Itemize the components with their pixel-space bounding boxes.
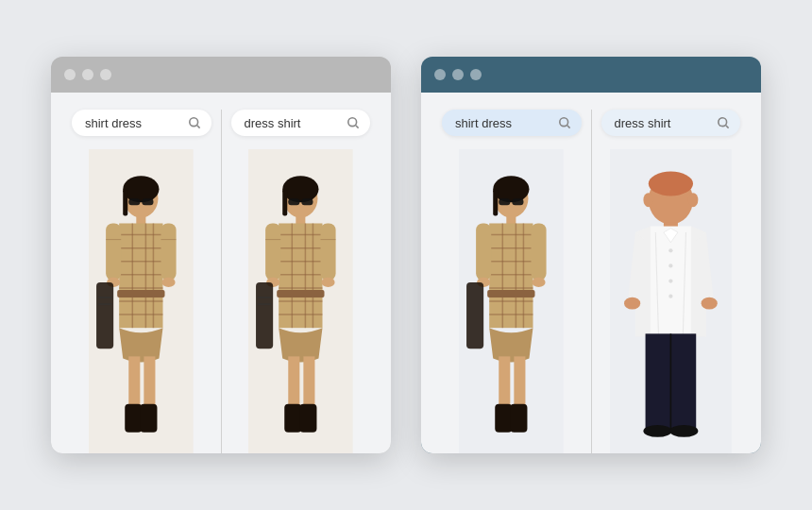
- svg-line-102: [726, 126, 729, 128]
- teal-woman-figure: [459, 149, 564, 453]
- teal-browser-content: shirt dress: [421, 93, 761, 453]
- svg-rect-23: [161, 223, 177, 280]
- teal-shirt-dress-search-bar[interactable]: shirt dress: [442, 110, 582, 136]
- svg-rect-29: [144, 356, 156, 408]
- svg-point-4: [124, 176, 160, 202]
- svg-rect-31: [141, 404, 158, 433]
- svg-point-113: [668, 294, 672, 298]
- svg-rect-93: [532, 223, 547, 280]
- svg-rect-98: [496, 404, 513, 433]
- teal-traffic-light-2: [452, 69, 464, 80]
- svg-point-111: [668, 264, 672, 267]
- svg-point-62: [321, 278, 334, 287]
- teal-shirt-dress-search-icon: [557, 115, 572, 130]
- svg-line-36: [356, 126, 359, 128]
- svg-rect-10: [120, 223, 163, 328]
- svg-rect-65: [284, 404, 301, 433]
- svg-line-1: [196, 126, 199, 128]
- svg-point-105: [649, 172, 693, 196]
- gray-dress-shirt-search-icon: [346, 115, 361, 130]
- svg-point-95: [533, 278, 546, 287]
- svg-point-121: [669, 425, 698, 437]
- teal-dress-shirt-search-text: dress shirt: [615, 116, 717, 130]
- svg-rect-64: [303, 356, 314, 408]
- svg-rect-96: [499, 356, 511, 408]
- svg-rect-22: [107, 223, 122, 280]
- gray-dress-shirt-search-bar[interactable]: dress shirt: [231, 110, 371, 136]
- teal-divider: [591, 110, 592, 453]
- svg-rect-42: [301, 198, 313, 205]
- svg-point-120: [643, 425, 671, 437]
- svg-rect-100: [466, 282, 483, 348]
- teal-shirt-dress-panel: shirt dress: [436, 110, 587, 453]
- svg-rect-40: [282, 189, 287, 215]
- teal-dress-shirt-product: [610, 149, 732, 453]
- gray-dress-shirt-panel: dress shirt: [226, 110, 377, 453]
- svg-rect-5: [124, 189, 128, 215]
- svg-rect-97: [515, 356, 526, 408]
- svg-rect-6: [129, 198, 141, 205]
- svg-point-110: [668, 248, 672, 252]
- svg-rect-7: [143, 198, 154, 205]
- gray-divider: [221, 110, 222, 453]
- svg-rect-92: [477, 223, 492, 280]
- svg-rect-33: [98, 297, 111, 298]
- gray-titlebar: [51, 57, 391, 93]
- gray-dress-shirt-product: [248, 149, 353, 453]
- svg-rect-28: [129, 356, 141, 408]
- gray-woman-figure-2: [248, 149, 353, 453]
- teal-traffic-light-3: [470, 69, 482, 80]
- svg-point-39: [282, 176, 318, 202]
- svg-point-107: [687, 193, 698, 207]
- gray-shirt-dress-search-icon: [187, 115, 202, 130]
- svg-point-112: [668, 279, 672, 282]
- svg-rect-77: [513, 198, 524, 205]
- svg-rect-68: [258, 297, 271, 298]
- traffic-light-3: [100, 69, 111, 80]
- svg-point-70: [559, 118, 567, 127]
- gray-shirt-dress-product: [89, 149, 194, 453]
- traffic-light-2: [82, 69, 93, 80]
- teal-titlebar: [421, 57, 761, 93]
- svg-point-0: [189, 118, 197, 127]
- svg-point-101: [719, 118, 727, 127]
- gray-browser-window: shirt dress: [51, 57, 391, 453]
- svg-rect-57: [265, 223, 280, 280]
- gray-shirt-dress-search-bar[interactable]: shirt dress: [72, 110, 211, 136]
- svg-rect-32: [96, 282, 113, 348]
- svg-rect-80: [490, 223, 533, 328]
- teal-man-figure: [610, 149, 732, 453]
- svg-point-117: [701, 298, 717, 310]
- svg-rect-76: [499, 198, 511, 205]
- svg-point-116: [624, 298, 640, 310]
- traffic-light-1: [64, 69, 76, 80]
- svg-rect-21: [118, 290, 165, 298]
- svg-rect-99: [511, 404, 528, 433]
- gray-woman-figure: [89, 149, 194, 453]
- svg-point-106: [643, 193, 653, 207]
- svg-rect-41: [288, 198, 299, 205]
- teal-traffic-light-1: [434, 69, 446, 80]
- svg-rect-67: [256, 282, 273, 348]
- svg-rect-58: [320, 223, 335, 280]
- gray-browser-content: shirt dress: [51, 93, 391, 453]
- svg-rect-69: [258, 303, 271, 305]
- svg-point-74: [494, 176, 530, 202]
- svg-rect-30: [126, 404, 143, 433]
- svg-rect-75: [494, 189, 499, 215]
- svg-rect-91: [488, 290, 535, 298]
- svg-line-71: [567, 126, 569, 128]
- svg-point-35: [348, 118, 357, 127]
- teal-dress-shirt-search-icon: [716, 115, 731, 130]
- gray-dress-shirt-search-text: dress shirt: [245, 116, 347, 130]
- gray-shirt-dress-panel: shirt dress: [66, 110, 217, 453]
- svg-rect-45: [279, 223, 322, 328]
- svg-rect-63: [288, 356, 299, 408]
- teal-dress-shirt-search-bar[interactable]: dress shirt: [601, 110, 741, 136]
- svg-rect-34: [98, 303, 111, 305]
- teal-browser-window: shirt dress: [421, 57, 761, 453]
- teal-shirt-dress-product: [459, 149, 564, 453]
- teal-shirt-dress-search-text: shirt dress: [455, 116, 557, 130]
- svg-rect-56: [277, 290, 324, 298]
- svg-point-27: [162, 278, 176, 287]
